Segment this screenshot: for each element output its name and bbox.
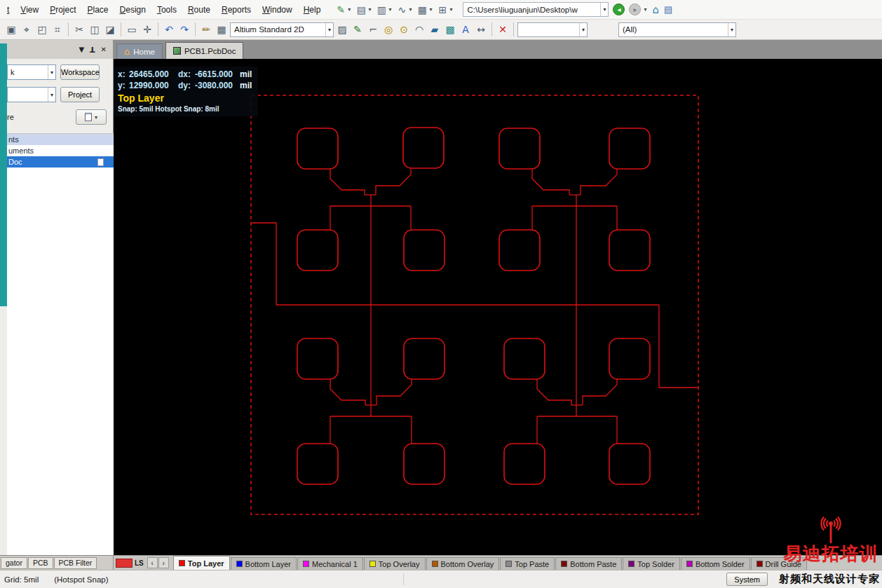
brush-icon[interactable]: ✏ xyxy=(199,22,213,36)
pcb-pad[interactable] xyxy=(403,128,444,168)
panel-tab-pcb[interactable]: PCB xyxy=(28,557,53,569)
open-document-button[interactable]: ▤ xyxy=(664,4,672,15)
file-view-arrow[interactable]: ▾ xyxy=(95,114,97,121)
zoom-fit-icon[interactable]: ⌖ xyxy=(20,22,34,36)
tree-item-0[interactable]: nts xyxy=(7,134,114,145)
pcb-trace[interactable] xyxy=(581,169,617,195)
move-icon[interactable]: ✛ xyxy=(140,22,154,36)
panel-dropdown-icon[interactable]: ▼ xyxy=(79,46,84,53)
draw-tool-icon-arrow[interactable]: ▾ xyxy=(348,6,351,13)
tab-pcb1-pcbdoc[interactable]: PCB1.PcbDoc xyxy=(165,42,244,59)
layer-tab-top-overlay[interactable]: Top Overlay xyxy=(364,557,426,570)
menu-route[interactable]: Route xyxy=(182,4,216,16)
hatch-icon[interactable]: ▨ xyxy=(335,22,349,36)
fill-icon[interactable]: ▰ xyxy=(428,22,442,36)
grid-tool-icon[interactable]: ⊞ xyxy=(435,3,449,17)
menu-project[interactable]: Project xyxy=(44,4,81,16)
pcb-trace[interactable] xyxy=(537,379,571,405)
pcb-pad[interactable] xyxy=(404,339,445,379)
pcb-pad[interactable] xyxy=(297,230,338,271)
nav-history-arrow[interactable]: ▾ xyxy=(644,6,646,13)
project-combo-arrow[interactable]: ▾ xyxy=(48,88,55,102)
board-icon[interactable]: ▣ xyxy=(4,22,18,36)
pcb-trace[interactable] xyxy=(532,169,569,195)
grid-tool-icon-arrow[interactable]: ▾ xyxy=(449,6,452,13)
paste-icon[interactable]: ◪ xyxy=(103,22,117,36)
menu-help[interactable]: Help xyxy=(298,4,327,16)
layer-tab-top-solder[interactable]: Top Solder xyxy=(623,557,680,570)
address-combo-arrow[interactable]: ▾ xyxy=(600,3,608,16)
pcb-pad[interactable] xyxy=(609,444,650,484)
panel-close-icon[interactable]: ✕ xyxy=(101,46,107,53)
dimension-icon[interactable]: ↔ xyxy=(474,22,488,36)
file-view-button[interactable]: ▾ xyxy=(76,109,107,125)
layer-tool-icon[interactable]: ▤ xyxy=(354,3,368,17)
back-button[interactable]: ◂ xyxy=(613,4,625,15)
drc-icon[interactable]: ✕ xyxy=(496,22,510,36)
pad-icon[interactable]: ⊙ xyxy=(397,22,411,36)
layer-tab-top-layer[interactable]: Top Layer xyxy=(173,556,230,570)
layer-tab-bottom-overlay[interactable]: Bottom Overlay xyxy=(426,557,500,570)
layer-scroll-right[interactable]: › xyxy=(158,557,169,568)
pcb-trace[interactable] xyxy=(659,305,698,388)
route-icon[interactable]: ⌐ xyxy=(366,22,380,36)
menu-window[interactable]: Window xyxy=(257,4,298,16)
workspace-combo-arrow[interactable]: ▾ xyxy=(48,65,55,79)
system-button[interactable]: System xyxy=(726,573,768,586)
menu-tools[interactable]: Tools xyxy=(151,4,182,16)
undo-icon[interactable]: ↶ xyxy=(162,22,176,36)
pcb-trace[interactable] xyxy=(330,379,365,405)
side-dock-bar[interactable] xyxy=(0,43,7,306)
pcb-pad[interactable] xyxy=(404,230,445,271)
view-config-combo-arrow[interactable]: ▾ xyxy=(325,23,333,36)
component-tool-icon[interactable]: ▥ xyxy=(374,3,388,17)
workspace-combo[interactable]: k ▾ xyxy=(7,64,56,80)
polygon-icon[interactable]: ▩ xyxy=(443,22,457,36)
select-area-icon[interactable]: ▭ xyxy=(125,22,139,36)
copy-icon[interactable]: ◫ xyxy=(88,22,102,36)
layer-tab-mechanical-1[interactable]: Mechanical 1 xyxy=(297,557,363,570)
workspace-button[interactable]: Workspace xyxy=(60,64,100,80)
menu-place[interactable]: Place xyxy=(82,4,114,16)
layer-set-swatch[interactable] xyxy=(116,559,133,568)
tree-item-selected[interactable]: Doc xyxy=(7,156,114,167)
zoom-area-icon[interactable]: ◰ xyxy=(35,22,49,36)
view-config-combo[interactable]: Altium Standard 2D▾ xyxy=(230,22,334,37)
panel-pin-icon[interactable]: T xyxy=(90,45,95,54)
cut-icon[interactable]: ✂ xyxy=(72,22,86,36)
trace-tool-icon-arrow[interactable]: ▾ xyxy=(409,6,412,13)
pcb-pad[interactable] xyxy=(504,444,545,484)
draw-tool-icon[interactable]: ✎ xyxy=(334,3,348,17)
pcb-pad[interactable] xyxy=(504,339,545,379)
pcb-pad[interactable] xyxy=(609,128,650,169)
pcb-pad[interactable] xyxy=(499,230,540,271)
layer-scroll-left[interactable]: ‹ xyxy=(147,557,158,568)
redo-icon[interactable]: ↷ xyxy=(177,22,191,36)
pcb-pad[interactable] xyxy=(609,339,650,379)
filter-combo-arrow[interactable]: ▾ xyxy=(728,23,735,36)
menu-edit-fragment[interactable]: t xyxy=(1,4,15,16)
component-tool-icon-arrow[interactable]: ▾ xyxy=(388,6,391,13)
pcb-trace[interactable] xyxy=(251,223,276,305)
pcb-pad[interactable] xyxy=(404,444,445,484)
pcb-trace[interactable] xyxy=(376,379,412,405)
layer-tab-bottom-paste[interactable]: Bottom Paste xyxy=(555,557,622,570)
line-icon[interactable]: ✎ xyxy=(351,22,365,36)
plane-tool-icon[interactable]: ▦ xyxy=(415,3,429,17)
menu-design[interactable]: Design xyxy=(114,4,151,16)
plane-tool-icon-arrow[interactable]: ▾ xyxy=(429,6,432,13)
layer-tab-bottom-layer[interactable]: Bottom Layer xyxy=(231,557,297,570)
pcb-trace[interactable] xyxy=(330,169,365,195)
zoom-selection-icon[interactable]: ⌗ xyxy=(50,22,65,36)
menu-view[interactable]: View xyxy=(15,4,44,16)
layer-tool-icon-arrow[interactable]: ▾ xyxy=(368,6,371,13)
mask-combo[interactable]: ▾ xyxy=(517,22,588,37)
tab-home[interactable]: ⌂ Home xyxy=(116,43,163,59)
forward-button[interactable]: ▸ xyxy=(629,4,641,15)
pcb-trace[interactable] xyxy=(583,379,617,405)
project-button[interactable]: Project xyxy=(60,87,100,102)
via-icon[interactable]: ◎ xyxy=(381,22,395,36)
layer-tab-bottom-solder[interactable]: Bottom Solder xyxy=(681,557,750,570)
pcb-trace[interactable] xyxy=(376,169,411,195)
filter-combo[interactable]: (All)▾ xyxy=(618,22,736,37)
